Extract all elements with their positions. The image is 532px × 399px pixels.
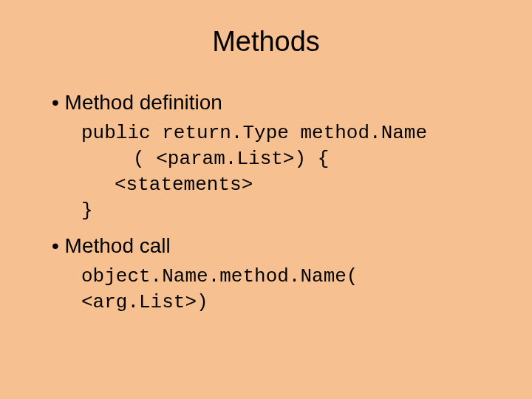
- bullet-method-call: Method call: [52, 234, 495, 258]
- bullet-method-definition: Method definition: [52, 91, 495, 115]
- code-def-line-2: ( <param.List>) {: [133, 146, 495, 172]
- spacer: [37, 224, 495, 234]
- slide-title: Methods: [37, 26, 495, 58]
- code-def-line-4: }: [81, 198, 495, 224]
- code-def-line-3: <statements>: [115, 172, 495, 198]
- code-call-line: object.Name.method.Name( <arg.List>): [81, 264, 495, 316]
- code-def-line-1: public return.Type method.Name: [81, 120, 495, 146]
- slide: Methods Method definition public return.…: [0, 0, 532, 399]
